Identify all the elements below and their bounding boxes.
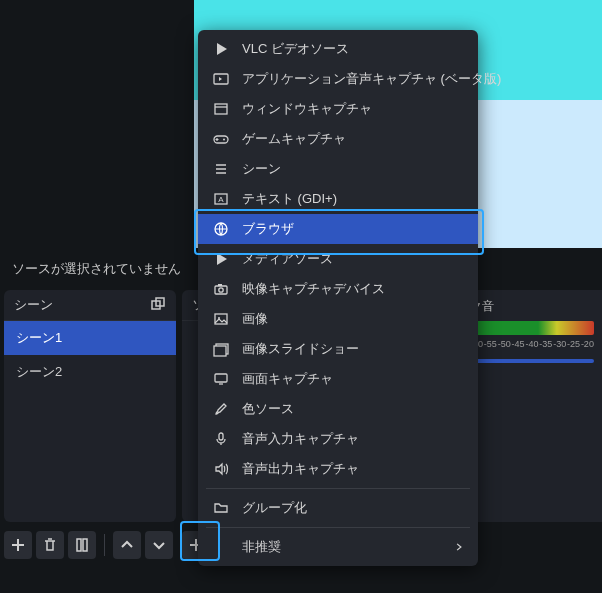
camera-icon	[212, 280, 230, 298]
menu-item-label: シーン	[242, 160, 281, 178]
menu-item-label: アプリケーション音声キャプチャ (ベータ版)	[242, 70, 501, 88]
scene-down-button[interactable]	[145, 531, 173, 559]
menu-item-label: 映像キャプチャデバイス	[242, 280, 385, 298]
image-icon	[212, 310, 230, 328]
app-audio-icon	[212, 70, 230, 88]
menu-item-label: 非推奨	[242, 538, 281, 556]
menu-item-label: ゲームキャプチャ	[242, 130, 346, 148]
audio-meter	[470, 321, 594, 335]
scenes-panel: シーン シーン1 シーン2	[4, 290, 176, 522]
window-icon	[212, 100, 230, 118]
blank-icon	[212, 538, 230, 556]
speaker-icon	[212, 460, 230, 478]
menu-item-label: ブラウザ	[242, 220, 294, 238]
menu-item-label: グループ化	[242, 499, 307, 517]
svg-rect-10	[215, 104, 227, 114]
menu-item-label: 画像	[242, 310, 268, 328]
tick: -20	[581, 339, 594, 349]
menu-item-label: 音声出力キャプチャ	[242, 460, 359, 478]
text-icon: A	[212, 190, 230, 208]
scenes-toolbar	[4, 528, 173, 562]
menu-item-image[interactable]: 画像	[198, 304, 478, 334]
menu-item-deprecated[interactable]: 非推奨	[198, 532, 478, 562]
menu-item-window-capture[interactable]: ウィンドウキャプチャ	[198, 94, 478, 124]
svg-rect-22	[214, 346, 226, 356]
svg-point-17	[219, 288, 223, 292]
scenes-panel-header: シーン	[4, 290, 176, 321]
tick: -40	[525, 339, 538, 349]
scene-item-label: シーン1	[16, 330, 62, 345]
play-icon	[212, 250, 230, 268]
menu-item-audio-in[interactable]: 音声入力キャプチャ	[198, 424, 478, 454]
monitor-icon	[212, 370, 230, 388]
menu-item-scene[interactable]: シーン	[198, 154, 478, 184]
menu-item-label: 画面キャプチャ	[242, 370, 333, 388]
no-source-selected-label: ソースが選択されていません	[12, 260, 181, 278]
scenes-panel-title: シーン	[14, 296, 53, 314]
svg-rect-18	[218, 284, 222, 286]
tick: -50	[498, 339, 511, 349]
slideshow-icon	[212, 340, 230, 358]
globe-icon	[212, 220, 230, 238]
menu-item-vlc[interactable]: VLC ビデオソース	[198, 34, 478, 64]
play-icon	[212, 40, 230, 58]
divider	[104, 534, 105, 556]
brush-icon	[212, 400, 230, 418]
menu-item-app-audio[interactable]: アプリケーション音声キャプチャ (ベータ版)	[198, 64, 478, 94]
filter-scene-button[interactable]	[68, 531, 96, 559]
scene-item-label: シーン2	[16, 364, 62, 379]
svg-rect-2	[77, 539, 81, 551]
menu-item-label: 画像スライドショー	[242, 340, 359, 358]
folder-icon	[212, 499, 230, 517]
menu-item-label: メディアソース	[242, 250, 333, 268]
scene-item[interactable]: シーン2	[4, 355, 176, 389]
popout-icon[interactable]	[150, 297, 166, 313]
gamepad-icon	[212, 130, 230, 148]
menu-item-label: 色ソース	[242, 400, 294, 418]
svg-rect-23	[215, 374, 227, 382]
menu-item-slideshow[interactable]: 画像スライドショー	[198, 334, 478, 364]
microphone-icon	[212, 430, 230, 448]
menu-item-label: 音声入力キャプチャ	[242, 430, 359, 448]
tick: -30	[553, 339, 566, 349]
menu-separator	[206, 527, 470, 528]
menu-item-label: ウィンドウキャプチャ	[242, 100, 372, 118]
scene-up-button[interactable]	[113, 531, 141, 559]
tick: -25	[567, 339, 580, 349]
menu-item-game-capture[interactable]: ゲームキャプチャ	[198, 124, 478, 154]
svg-text:A: A	[218, 195, 224, 204]
list-icon	[212, 160, 230, 178]
mixer-track-label: ク音	[470, 298, 594, 315]
menu-item-browser[interactable]: ブラウザ	[198, 214, 478, 244]
menu-item-label: テキスト (GDI+)	[242, 190, 337, 208]
menu-item-video-capture[interactable]: 映像キャプチャデバイス	[198, 274, 478, 304]
menu-item-color[interactable]: 色ソース	[198, 394, 478, 424]
menu-item-display-capture[interactable]: 画面キャプチャ	[198, 364, 478, 394]
menu-item-audio-out[interactable]: 音声出力キャプチャ	[198, 454, 478, 484]
chevron-right-icon	[454, 540, 464, 555]
menu-item-text[interactable]: A テキスト (GDI+)	[198, 184, 478, 214]
menu-separator	[206, 488, 470, 489]
tick: -45	[512, 339, 525, 349]
menu-item-media[interactable]: メディアソース	[198, 244, 478, 274]
svg-rect-19	[215, 314, 227, 324]
audio-mixer-panel: ク音 -60 -55 -50 -45 -40 -35 -30 -25 -20	[462, 290, 602, 522]
scene-item[interactable]: シーン1	[4, 321, 176, 355]
tick: -35	[539, 339, 552, 349]
menu-item-group[interactable]: グループ化	[198, 493, 478, 523]
tick: -55	[484, 339, 497, 349]
svg-rect-24	[219, 433, 223, 440]
add-source-context-menu: VLC ビデオソース アプリケーション音声キャプチャ (ベータ版) ウィンドウキ…	[198, 30, 478, 566]
audio-ticks: -60 -55 -50 -45 -40 -35 -30 -25 -20	[470, 339, 594, 349]
add-scene-button[interactable]	[4, 531, 32, 559]
volume-slider[interactable]	[470, 359, 594, 363]
delete-scene-button[interactable]	[36, 531, 64, 559]
menu-item-label: VLC ビデオソース	[242, 40, 349, 58]
svg-point-12	[223, 139, 225, 141]
svg-rect-3	[83, 539, 87, 551]
